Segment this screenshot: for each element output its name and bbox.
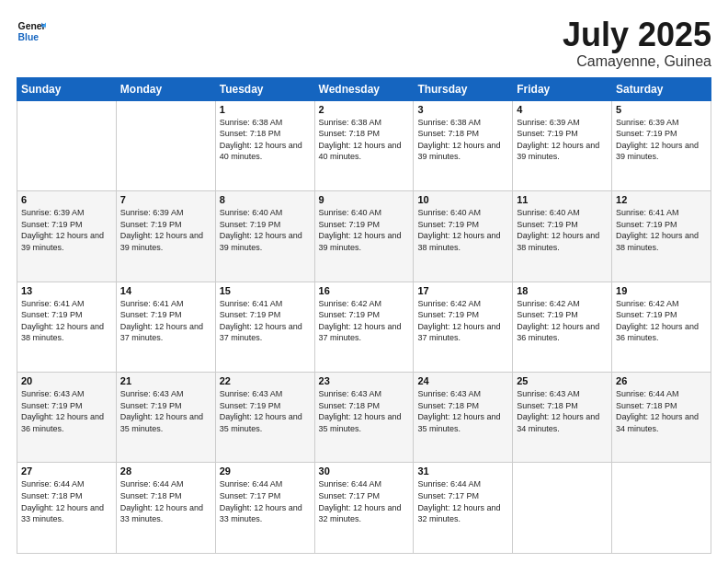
day-number: 21 xyxy=(120,375,211,386)
day-info: Sunrise: 6:42 AM Sunset: 7:19 PM Dayligh… xyxy=(319,298,410,344)
calendar-week-row: 6Sunrise: 6:39 AM Sunset: 7:19 PM Daylig… xyxy=(17,191,711,282)
day-number: 3 xyxy=(417,104,508,115)
day-info: Sunrise: 6:44 AM Sunset: 7:18 PM Dayligh… xyxy=(120,478,211,524)
day-header-saturday: Saturday xyxy=(612,77,711,100)
calendar-week-row: 13Sunrise: 6:41 AM Sunset: 7:19 PM Dayli… xyxy=(17,282,711,372)
day-header-tuesday: Tuesday xyxy=(215,77,314,100)
calendar-cell: 26Sunrise: 6:44 AM Sunset: 7:18 PM Dayli… xyxy=(612,373,711,463)
day-info: Sunrise: 6:40 AM Sunset: 7:19 PM Dayligh… xyxy=(517,207,608,253)
day-number: 10 xyxy=(417,194,508,205)
day-number: 2 xyxy=(319,104,410,115)
day-number: 18 xyxy=(517,285,608,296)
month-title: July 2025 xyxy=(563,17,711,53)
day-info: Sunrise: 6:41 AM Sunset: 7:19 PM Dayligh… xyxy=(21,298,112,344)
day-info: Sunrise: 6:43 AM Sunset: 7:18 PM Dayligh… xyxy=(517,388,608,434)
svg-text:Blue: Blue xyxy=(18,32,40,42)
calendar-cell: 13Sunrise: 6:41 AM Sunset: 7:19 PM Dayli… xyxy=(17,282,117,372)
day-number: 15 xyxy=(220,285,311,296)
day-info: Sunrise: 6:44 AM Sunset: 7:18 PM Dayligh… xyxy=(21,478,112,524)
day-number: 12 xyxy=(616,194,707,205)
day-info: Sunrise: 6:41 AM Sunset: 7:19 PM Dayligh… xyxy=(220,298,311,344)
day-info: Sunrise: 6:40 AM Sunset: 7:19 PM Dayligh… xyxy=(319,207,410,253)
day-info: Sunrise: 6:44 AM Sunset: 7:17 PM Dayligh… xyxy=(319,478,410,524)
calendar-page: General Blue July 2025 Camayenne, Guinea… xyxy=(0,0,728,563)
day-info: Sunrise: 6:38 AM Sunset: 7:18 PM Dayligh… xyxy=(417,117,508,163)
calendar-cell: 9Sunrise: 6:40 AM Sunset: 7:19 PM Daylig… xyxy=(314,191,414,282)
calendar-cell: 11Sunrise: 6:40 AM Sunset: 7:19 PM Dayli… xyxy=(513,191,612,282)
calendar-cell: 2Sunrise: 6:38 AM Sunset: 7:18 PM Daylig… xyxy=(314,100,414,190)
logo-icon: General Blue xyxy=(17,17,46,46)
calendar-week-row: 1Sunrise: 6:38 AM Sunset: 7:18 PM Daylig… xyxy=(17,100,711,190)
day-number: 16 xyxy=(319,285,410,296)
calendar-cell: 10Sunrise: 6:40 AM Sunset: 7:19 PM Dayli… xyxy=(414,191,513,282)
calendar-cell: 6Sunrise: 6:39 AM Sunset: 7:19 PM Daylig… xyxy=(17,191,117,282)
calendar-cell: 19Sunrise: 6:42 AM Sunset: 7:19 PM Dayli… xyxy=(612,282,711,372)
calendar-cell: 16Sunrise: 6:42 AM Sunset: 7:19 PM Dayli… xyxy=(314,282,414,372)
day-number: 8 xyxy=(220,194,311,205)
calendar-week-row: 27Sunrise: 6:44 AM Sunset: 7:18 PM Dayli… xyxy=(17,463,711,554)
day-number: 23 xyxy=(319,375,410,386)
day-number: 26 xyxy=(616,375,707,386)
day-header-thursday: Thursday xyxy=(414,77,513,100)
calendar-cell: 5Sunrise: 6:39 AM Sunset: 7:19 PM Daylig… xyxy=(612,100,711,190)
day-number: 24 xyxy=(417,375,508,386)
day-info: Sunrise: 6:43 AM Sunset: 7:18 PM Dayligh… xyxy=(319,388,410,434)
calendar-week-row: 20Sunrise: 6:43 AM Sunset: 7:19 PM Dayli… xyxy=(17,373,711,463)
day-number: 11 xyxy=(517,194,608,205)
calendar-cell: 29Sunrise: 6:44 AM Sunset: 7:17 PM Dayli… xyxy=(215,463,314,554)
calendar-cell: 21Sunrise: 6:43 AM Sunset: 7:19 PM Dayli… xyxy=(116,373,215,463)
calendar-cell: 22Sunrise: 6:43 AM Sunset: 7:19 PM Dayli… xyxy=(215,373,314,463)
calendar-table: SundayMondayTuesdayWednesdayThursdayFrid… xyxy=(17,77,711,554)
day-info: Sunrise: 6:42 AM Sunset: 7:19 PM Dayligh… xyxy=(517,298,608,344)
day-number: 1 xyxy=(220,104,311,115)
calendar-cell: 25Sunrise: 6:43 AM Sunset: 7:18 PM Dayli… xyxy=(513,373,612,463)
calendar-cell: 23Sunrise: 6:43 AM Sunset: 7:18 PM Dayli… xyxy=(314,373,414,463)
day-number: 14 xyxy=(120,285,211,296)
day-info: Sunrise: 6:40 AM Sunset: 7:19 PM Dayligh… xyxy=(417,207,508,253)
day-number: 29 xyxy=(220,465,311,477)
calendar-cell: 1Sunrise: 6:38 AM Sunset: 7:18 PM Daylig… xyxy=(215,100,314,190)
day-number: 19 xyxy=(616,285,707,296)
day-info: Sunrise: 6:44 AM Sunset: 7:17 PM Dayligh… xyxy=(220,478,311,524)
day-info: Sunrise: 6:43 AM Sunset: 7:19 PM Dayligh… xyxy=(120,388,211,434)
day-number: 20 xyxy=(21,375,112,386)
calendar-cell: 17Sunrise: 6:42 AM Sunset: 7:19 PM Dayli… xyxy=(414,282,513,372)
day-number: 5 xyxy=(616,104,707,115)
day-info: Sunrise: 6:43 AM Sunset: 7:19 PM Dayligh… xyxy=(21,388,112,434)
day-number: 7 xyxy=(120,194,211,205)
day-info: Sunrise: 6:44 AM Sunset: 7:18 PM Dayligh… xyxy=(616,388,707,434)
day-number: 6 xyxy=(21,194,112,205)
day-info: Sunrise: 6:41 AM Sunset: 7:19 PM Dayligh… xyxy=(120,298,211,344)
day-number: 17 xyxy=(417,285,508,296)
day-info: Sunrise: 6:43 AM Sunset: 7:19 PM Dayligh… xyxy=(220,388,311,434)
calendar-cell: 12Sunrise: 6:41 AM Sunset: 7:19 PM Dayli… xyxy=(612,191,711,282)
day-number: 4 xyxy=(517,104,608,115)
day-number: 31 xyxy=(417,465,508,477)
calendar-cell: 27Sunrise: 6:44 AM Sunset: 7:18 PM Dayli… xyxy=(17,463,117,554)
day-number: 25 xyxy=(517,375,608,386)
day-info: Sunrise: 6:38 AM Sunset: 7:18 PM Dayligh… xyxy=(220,117,311,163)
day-header-monday: Monday xyxy=(116,77,215,100)
title-block: July 2025 Camayenne, Guinea xyxy=(563,17,711,70)
calendar-cell: 31Sunrise: 6:44 AM Sunset: 7:17 PM Dayli… xyxy=(414,463,513,554)
calendar-cell: 14Sunrise: 6:41 AM Sunset: 7:19 PM Dayli… xyxy=(116,282,215,372)
calendar-cell: 24Sunrise: 6:43 AM Sunset: 7:18 PM Dayli… xyxy=(414,373,513,463)
day-info: Sunrise: 6:38 AM Sunset: 7:18 PM Dayligh… xyxy=(319,117,410,163)
calendar-cell: 28Sunrise: 6:44 AM Sunset: 7:18 PM Dayli… xyxy=(116,463,215,554)
day-info: Sunrise: 6:39 AM Sunset: 7:19 PM Dayligh… xyxy=(21,207,112,253)
calendar-cell: 4Sunrise: 6:39 AM Sunset: 7:19 PM Daylig… xyxy=(513,100,612,190)
day-info: Sunrise: 6:41 AM Sunset: 7:19 PM Dayligh… xyxy=(616,207,707,253)
day-header-friday: Friday xyxy=(513,77,612,100)
day-number: 30 xyxy=(319,465,410,477)
day-info: Sunrise: 6:39 AM Sunset: 7:19 PM Dayligh… xyxy=(517,117,608,163)
day-number: 22 xyxy=(220,375,311,386)
calendar-cell: 15Sunrise: 6:41 AM Sunset: 7:19 PM Dayli… xyxy=(215,282,314,372)
calendar-cell xyxy=(116,100,215,190)
day-info: Sunrise: 6:39 AM Sunset: 7:19 PM Dayligh… xyxy=(616,117,707,163)
day-number: 9 xyxy=(319,194,410,205)
day-info: Sunrise: 6:44 AM Sunset: 7:17 PM Dayligh… xyxy=(417,478,508,524)
day-header-wednesday: Wednesday xyxy=(314,77,414,100)
calendar-cell xyxy=(612,463,711,554)
calendar-cell xyxy=(513,463,612,554)
calendar-cell xyxy=(17,100,117,190)
